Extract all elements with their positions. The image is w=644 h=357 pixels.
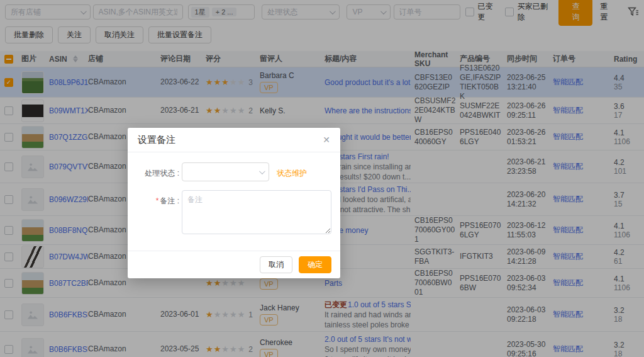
close-icon[interactable]: ✕	[323, 135, 330, 145]
modal-status-select[interactable]	[182, 162, 269, 181]
modal-footer: 取消 确定	[128, 251, 340, 278]
required-mark: *	[156, 196, 159, 205]
cancel-button[interactable]: 取消	[260, 256, 292, 273]
status-label: 处理状态 :	[136, 162, 179, 179]
review-manager-app: 所有店铺 1星 + 2 ... 处理状态 VP 已变更 买家已删除 查 询 重 …	[0, 0, 644, 357]
modal-body: 处理状态 : 状态维护 *备注 :	[128, 152, 340, 251]
modal-title: 设置备注	[138, 134, 175, 146]
remark-form-row: *备注 :	[136, 190, 331, 234]
remark-textarea[interactable]	[182, 190, 331, 234]
remark-label: *备注 :	[136, 190, 179, 207]
modal-header: 设置备注 ✕	[128, 128, 340, 152]
status-maintain-link[interactable]: 状态维护	[277, 162, 307, 179]
confirm-button[interactable]: 确定	[299, 256, 331, 273]
set-remark-modal: 设置备注 ✕ 处理状态 : 状态维护 *备注 : 取消 确定	[128, 128, 340, 278]
chevron-down-icon	[259, 168, 265, 174]
status-form-row: 处理状态 : 状态维护	[136, 162, 331, 181]
